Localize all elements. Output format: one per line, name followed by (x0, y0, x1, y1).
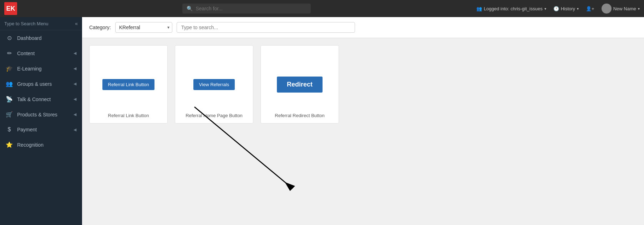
main-layout: Type to Search Menu « ⊙ Dashboard ✏ Cont… (0, 17, 644, 225)
history-label: History (561, 6, 575, 11)
sidebar-item-label: Payment (17, 127, 69, 132)
elearning-arrow: ◀ (73, 66, 76, 71)
global-search-bar[interactable]: 🔍 (182, 4, 311, 14)
cards-grid: Referral Link Button Referral Link Butto… (82, 38, 644, 131)
products-stores-arrow: ◀ (73, 112, 76, 117)
content-area: Category: KReferral All Referral Link Bu… (82, 17, 644, 225)
sidebar-item-groups-users[interactable]: 👥 Groups & users ◀ (0, 76, 82, 91)
search-icon: 🔍 (187, 6, 193, 11)
sidebar-item-dashboard[interactable]: ⊙ Dashboard (0, 30, 82, 46)
dashboard-icon: ⊙ (6, 35, 13, 41)
sidebar-search-label: Type to Search Menu (4, 21, 49, 26)
sidebar-item-label: Products & Stores (17, 112, 69, 117)
content-arrow: ◀ (73, 51, 76, 56)
logged-in-label: Logged into: chris-git_issues (484, 6, 543, 11)
navbar: EK 🔍 👥 Logged into: chris-git_issues ▾ 🕐… (0, 0, 644, 17)
user-name: New Name (613, 6, 636, 11)
content-icon: ✏ (6, 50, 13, 57)
card-referral-link-button: Referral Link Button Referral Link Butto… (89, 45, 168, 124)
sidebar-item-elearning[interactable]: 🎓 E-Learning ◀ (0, 61, 82, 76)
app-logo: EK (4, 2, 17, 15)
groups-users-arrow: ◀ (73, 82, 76, 86)
card-label-referral-home-page: Referral Home Page Button (175, 113, 253, 118)
sidebar-collapse-icon[interactable]: « (75, 21, 78, 26)
groups-users-icon: 👥 (6, 80, 13, 87)
sidebar-item-recognition[interactable]: ⭐ Recognition (0, 137, 82, 152)
redirect-button[interactable]: Redirect (277, 77, 323, 93)
sidebar-item-label: Groups & users (17, 81, 69, 87)
history-icon: 🕐 (553, 6, 559, 11)
add-user-button[interactable]: 👤+ (586, 6, 594, 11)
sidebar-item-label: Dashboard (17, 35, 76, 41)
history-button[interactable]: 🕐 History ▾ (553, 6, 579, 11)
history-chevron: ▾ (577, 7, 579, 11)
card-label-referral-link: Referral Link Button (90, 113, 167, 118)
talk-connect-arrow: ◀ (73, 97, 76, 101)
talk-connect-icon: 📡 (6, 96, 13, 103)
view-referrals-button[interactable]: View Referrals (193, 79, 235, 90)
annotation-area: Referral Link Button Referral Link Butto… (82, 38, 644, 225)
user-avatar (602, 4, 612, 14)
card-referral-redirect: Redirect Referral Redirect Button (260, 45, 339, 124)
logged-in-icon: 👥 (476, 6, 482, 11)
sidebar-item-talk-connect[interactable]: 📡 Talk & Connect ◀ (0, 91, 82, 107)
user-profile[interactable]: New Name ▾ (602, 4, 640, 14)
add-user-icon: 👤+ (586, 6, 594, 11)
filter-bar: Category: KReferral All (82, 17, 644, 38)
sidebar-item-label: Talk & Connect (17, 96, 69, 102)
sidebar-item-label: Recognition (17, 142, 76, 148)
sidebar: Type to Search Menu « ⊙ Dashboard ✏ Cont… (0, 17, 82, 225)
search-input[interactable] (196, 6, 306, 11)
elearning-icon: 🎓 (6, 65, 13, 72)
user-chevron: ▾ (638, 7, 640, 11)
logged-in-chevron: ▾ (544, 7, 546, 11)
payment-icon: $ (6, 126, 13, 133)
card-label-referral-redirect: Referral Redirect Button (261, 113, 339, 118)
sidebar-item-label: E-Learning (17, 66, 69, 72)
logged-in-indicator[interactable]: 👥 Logged into: chris-git_issues ▾ (476, 6, 546, 11)
recognition-icon: ⭐ (6, 141, 13, 148)
category-select-wrapper[interactable]: KReferral All (115, 22, 172, 33)
sidebar-item-label: Content (17, 51, 69, 56)
referral-link-button[interactable]: Referral Link Button (102, 79, 155, 90)
category-select[interactable]: KReferral All (115, 22, 172, 33)
category-label: Category: (89, 25, 111, 30)
sidebar-item-products-stores[interactable]: 🛒 Products & Stores ◀ (0, 107, 82, 122)
sidebar-item-payment[interactable]: $ Payment ◀ (0, 122, 82, 137)
navbar-right: 👥 Logged into: chris-git_issues ▾ 🕐 Hist… (476, 4, 640, 14)
products-stores-icon: 🛒 (6, 111, 13, 118)
payment-arrow: ◀ (73, 127, 76, 132)
card-referral-home-page: View Referrals Referral Home Page Button (175, 45, 253, 124)
filter-search-input[interactable] (177, 22, 355, 33)
sidebar-search-bar: Type to Search Menu « (0, 17, 82, 30)
sidebar-item-content[interactable]: ✏ Content ◀ (0, 46, 82, 61)
